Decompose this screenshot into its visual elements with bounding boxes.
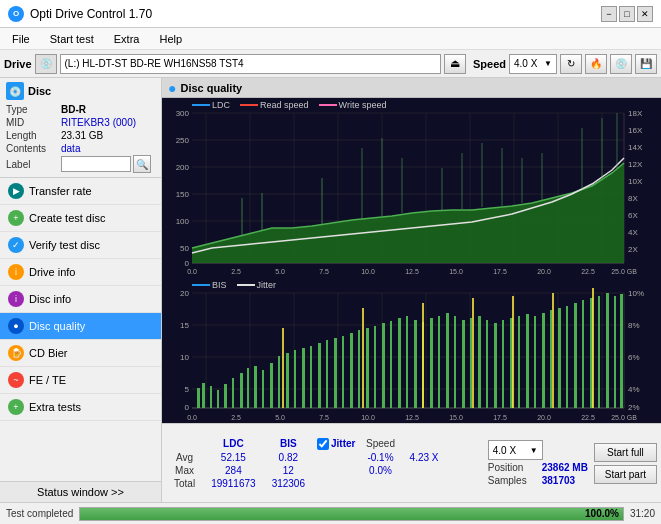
svg-rect-112 <box>454 316 456 408</box>
cd-bier-icon: 🍺 <box>8 345 24 361</box>
menu-help[interactable]: Help <box>151 31 190 47</box>
svg-rect-131 <box>606 293 609 408</box>
sidebar-item-cd-bier[interactable]: 🍺 CD Bier <box>0 340 161 367</box>
close-button[interactable]: ✕ <box>637 6 653 22</box>
speed-dropdown[interactable]: 4.0 X ▼ <box>488 440 543 460</box>
svg-text:200: 200 <box>176 163 190 172</box>
disc-section-icon: 💿 <box>6 82 24 100</box>
svg-text:4%: 4% <box>628 385 640 394</box>
disc-type-label: Type <box>6 103 61 116</box>
progress-bar-container: 100.0% <box>79 507 624 521</box>
stats-table: LDC BIS Jitter Speed <box>166 437 447 490</box>
svg-rect-138 <box>512 296 514 408</box>
svg-rect-128 <box>582 300 584 408</box>
svg-text:18X: 18X <box>628 109 643 118</box>
svg-rect-140 <box>592 288 594 408</box>
svg-rect-92 <box>294 350 296 408</box>
drive-eject-button[interactable]: ⏏ <box>444 54 466 74</box>
svg-text:10%: 10% <box>628 289 644 298</box>
svg-rect-82 <box>217 390 219 408</box>
svg-text:12.5: 12.5 <box>405 414 419 421</box>
svg-rect-134 <box>282 328 284 408</box>
svg-text:12X: 12X <box>628 160 643 169</box>
sidebar-item-extra-tests[interactable]: + Extra tests <box>0 394 161 421</box>
disc-label-label: Label <box>6 155 61 173</box>
legend-jitter: Jitter <box>257 280 277 290</box>
svg-text:2.5: 2.5 <box>231 414 241 421</box>
burn-icon-button[interactable]: 🔥 <box>585 54 607 74</box>
svg-text:17.5: 17.5 <box>493 268 507 275</box>
jitter-checkbox[interactable] <box>317 438 329 450</box>
svg-rect-115 <box>478 316 481 408</box>
svg-text:20.0: 20.0 <box>537 414 551 421</box>
transfer-rate-icon: ▶ <box>8 183 24 199</box>
samples-label: Samples <box>488 475 538 486</box>
sidebar-item-transfer-rate[interactable]: ▶ Transfer rate <box>0 178 161 205</box>
save-icon-button[interactable]: 💾 <box>635 54 657 74</box>
start-full-button[interactable]: Start full <box>594 443 657 462</box>
drive-select[interactable]: (L:) HL-DT-ST BD-RE WH16NS58 TST4 <box>60 54 441 74</box>
svg-text:0.0: 0.0 <box>187 414 197 421</box>
minimize-button[interactable]: − <box>601 6 617 22</box>
lower-chart-panel: BIS Jitter <box>162 278 661 423</box>
svg-rect-85 <box>240 373 243 408</box>
legend-read-speed: Read speed <box>260 100 309 110</box>
svg-text:8%: 8% <box>628 321 640 330</box>
svg-rect-90 <box>278 356 280 408</box>
total-bis: 312306 <box>264 477 313 490</box>
sidebar-item-fe-te[interactable]: ~ FE / TE <box>0 367 161 394</box>
svg-rect-111 <box>446 313 449 408</box>
svg-text:25.0 GB: 25.0 GB <box>611 414 637 421</box>
max-label: Max <box>166 464 203 477</box>
speed-select[interactable]: 4.0 X ▼ <box>509 54 557 74</box>
extra-tests-icon: + <box>8 399 24 415</box>
svg-rect-93 <box>302 348 305 408</box>
svg-text:0.0: 0.0 <box>187 268 197 275</box>
svg-text:300: 300 <box>176 109 190 118</box>
total-label: Total <box>166 477 203 490</box>
svg-rect-116 <box>486 320 488 408</box>
sidebar-item-disc-info[interactable]: i Disc info <box>0 286 161 313</box>
disc-length-value: 23.31 GB <box>61 129 155 142</box>
svg-rect-94 <box>310 346 312 408</box>
progress-time: 31:20 <box>630 508 655 519</box>
svg-text:2X: 2X <box>628 245 638 254</box>
disc-quality-icon: ● <box>8 318 24 334</box>
speed-refresh-button[interactable]: ↻ <box>560 54 582 74</box>
start-part-button[interactable]: Start part <box>594 465 657 484</box>
sidebar-item-drive-info[interactable]: i Drive info <box>0 259 161 286</box>
disc-label-input[interactable] <box>61 156 131 172</box>
sidebar-label-extra-tests: Extra tests <box>29 401 81 413</box>
svg-text:7.5: 7.5 <box>319 268 329 275</box>
svg-text:17.5: 17.5 <box>493 414 507 421</box>
disc-length-label: Length <box>6 129 61 142</box>
svg-rect-137 <box>472 298 474 408</box>
svg-rect-125 <box>558 308 561 408</box>
svg-rect-122 <box>534 316 536 408</box>
svg-rect-132 <box>614 296 616 408</box>
sidebar-item-disc-quality[interactable]: ● Disc quality <box>0 313 161 340</box>
total-ldc: 19911673 <box>203 477 264 490</box>
sidebar-item-create-test-disc[interactable]: + Create test disc <box>0 205 161 232</box>
maximize-button[interactable]: □ <box>619 6 635 22</box>
disc-icon-button[interactable]: 💿 <box>610 54 632 74</box>
svg-rect-98 <box>342 336 344 408</box>
status-window-button[interactable]: Status window >> <box>0 481 161 502</box>
disc-label-button[interactable]: 🔍 <box>133 155 151 173</box>
svg-rect-110 <box>438 316 440 408</box>
disc-contents-label: Contents <box>6 142 61 155</box>
max-ldc: 284 <box>203 464 264 477</box>
menu-file[interactable]: File <box>4 31 38 47</box>
sidebar-item-verify-test-disc[interactable]: ✓ Verify test disc <box>0 232 161 259</box>
svg-rect-80 <box>202 383 205 408</box>
svg-rect-62 <box>162 278 661 423</box>
speed-stat-label: Speed <box>366 438 395 449</box>
svg-rect-79 <box>197 388 200 408</box>
svg-text:6%: 6% <box>628 353 640 362</box>
menu-extra[interactable]: Extra <box>106 31 148 47</box>
menu-start-test[interactable]: Start test <box>42 31 102 47</box>
svg-rect-121 <box>526 314 529 408</box>
sidebar-label-verify-test-disc: Verify test disc <box>29 239 100 251</box>
svg-rect-139 <box>552 293 554 408</box>
sidebar-label-drive-info: Drive info <box>29 266 75 278</box>
